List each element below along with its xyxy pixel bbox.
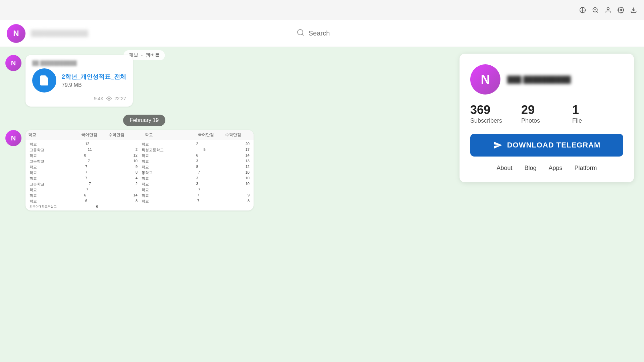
files-stat: 1 File [572,104,623,124]
files-label: File [572,117,582,124]
photos-count: 29 [521,104,535,116]
file-name: 2학년_개인성적표_전체 [62,73,126,81]
subscribers-count: 369 [470,104,490,116]
chat-area: N ███ ██████████ 369 Subscribers 29 Phot… [288,20,644,362]
files-count: 1 [572,104,579,116]
sidebar-username: ███ ██████████ [31,30,88,37]
message-avatar: N [5,55,21,71]
file-info: 2학년_개인성적표_전체 79.9 MB [62,73,126,88]
subscribers-label: Subscribers [470,117,502,124]
search-icon [297,28,305,39]
eye-icon [106,96,112,101]
profile-icon[interactable] [604,6,612,14]
channel-stats: 369 Subscribers 29 Photos 1 File [470,104,623,124]
file-icon [32,68,56,93]
sidebar: N ███ ██████████ 채널 • 멤버들 N ██ █████████… [0,20,288,362]
table-message-avatar: N [5,130,21,146]
photos-label: Photos [521,117,540,124]
browser-chrome [0,0,644,20]
subscribers-stat: 369 Subscribers [470,104,521,124]
table-left-col: 학교12 고등학교112 학교812 고등학교710 학교79 학교78 학교7… [28,141,139,209]
message-row: N ██ ███████████ 2학년_개인성적표_전체 [5,55,283,107]
translate-icon[interactable] [579,6,586,14]
photos-stat: 29 Photos [521,104,572,124]
svg-point-5 [620,9,622,11]
svg-point-4 [607,7,609,10]
download-button-label: DOWNLOAD TELEGRAM [507,141,601,149]
channel-avatar: N [470,64,500,95]
apps-link[interactable]: Apps [549,165,562,172]
message-meta: 9.4K 22:27 [32,96,126,101]
search-bar-container [288,20,644,47]
svg-line-1 [597,11,598,12]
channel-profile: N ███ ██████████ [470,64,623,95]
footer-links: About Blog Apps Platform [470,165,623,172]
telegram-send-icon [493,140,502,150]
settings-icon[interactable] [617,6,625,14]
svg-line-9 [302,34,304,35]
blog-link[interactable]: Blog [524,165,536,172]
date-separator: February 19 [123,115,165,126]
message-time: 22:27 [114,96,126,101]
channel-name: ███ ██████████ [507,76,591,83]
svg-point-8 [298,29,303,35]
sidebar-header: N ███ ██████████ [0,20,288,47]
about-link[interactable]: About [496,165,512,172]
channel-info-panel: N ███ ██████████ 369 Subscribers 29 Phot… [460,54,634,182]
message-bubble: ██ ███████████ 2학년_개인성적표_전체 79.9 MB [25,55,133,107]
table-header: 학교 국어만점 수학만점 학교 국어만점 수학만점 [25,130,254,140]
main-container: N ███ ██████████ 채널 • 멤버들 N ██ █████████… [0,20,644,362]
avatar: N [7,24,25,43]
view-count: 9.4K [94,96,104,101]
table-right-col: 학교220 특성고등학교517 학교614 학교313 학교812 동학교710… [140,141,251,209]
file-size: 79.9 MB [62,82,126,88]
table-message-bubble: 학교 국어만점 수학만점 학교 국어만점 수학만점 학교12 고등학교112 [25,130,254,210]
search-input[interactable] [309,29,636,37]
svg-point-7 [108,98,110,99]
table-message-row: N 학교 국어만점 수학만점 학교 국어만점 수학만점 [5,130,283,210]
file-attachment[interactable]: 2학년_개인성적표_전체 79.9 MB [32,68,126,93]
zoom-icon[interactable] [592,6,599,14]
download-telegram-button[interactable]: DOWNLOAD TELEGRAM [470,134,623,157]
download-icon[interactable] [630,6,637,14]
platform-link[interactable]: Platform [575,165,597,172]
